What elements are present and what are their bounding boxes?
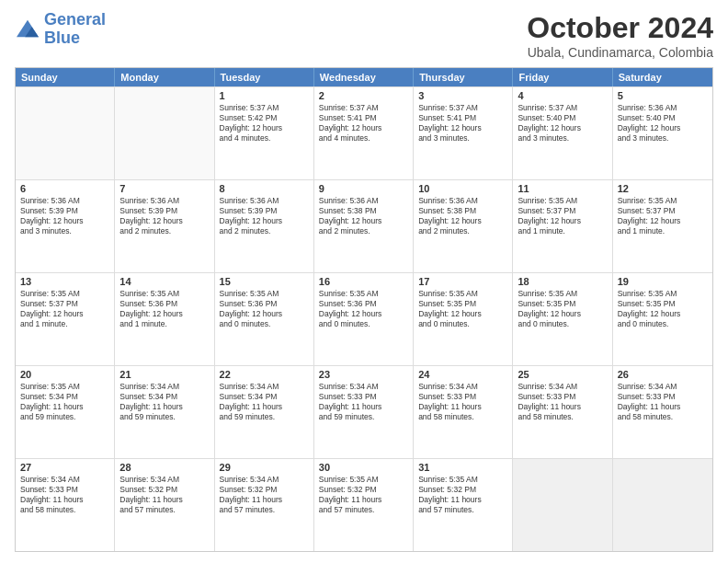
cell-info: Sunrise: 5:35 AM Sunset: 5:37 PM Dayligh… [20, 289, 109, 329]
day-number: 15 [220, 276, 309, 287]
calendar-cell [513, 459, 612, 551]
cell-info: Sunrise: 5:36 AM Sunset: 5:38 PM Dayligh… [319, 196, 408, 236]
logo-icon [15, 18, 40, 40]
location: Ubala, Cundinamarca, Colombia [527, 45, 713, 60]
cell-info: Sunrise: 5:35 AM Sunset: 5:37 PM Dayligh… [518, 196, 607, 236]
calendar-row: 6Sunrise: 5:36 AM Sunset: 5:39 PM Daylig… [16, 179, 712, 272]
calendar-cell: 30Sunrise: 5:35 AM Sunset: 5:32 PM Dayli… [314, 459, 414, 551]
day-number: 5 [618, 90, 708, 101]
cell-info: Sunrise: 5:35 AM Sunset: 5:36 PM Dayligh… [119, 289, 209, 329]
calendar-cell: 26Sunrise: 5:34 AM Sunset: 5:33 PM Dayli… [613, 366, 712, 458]
header-cell-sunday: Sunday [16, 68, 115, 86]
calendar-cell: 15Sunrise: 5:35 AM Sunset: 5:36 PM Dayli… [215, 273, 314, 365]
cell-info: Sunrise: 5:34 AM Sunset: 5:33 PM Dayligh… [518, 382, 607, 422]
day-number: 9 [319, 183, 408, 194]
day-number: 3 [418, 90, 507, 101]
day-number: 17 [418, 276, 507, 287]
calendar-row: 1Sunrise: 5:37 AM Sunset: 5:42 PM Daylig… [16, 86, 712, 179]
day-number: 28 [119, 462, 209, 473]
calendar-body: 1Sunrise: 5:37 AM Sunset: 5:42 PM Daylig… [16, 86, 712, 551]
cell-info: Sunrise: 5:36 AM Sunset: 5:39 PM Dayligh… [20, 196, 109, 236]
day-number: 8 [220, 183, 309, 194]
day-number: 12 [618, 183, 708, 194]
calendar-cell: 25Sunrise: 5:34 AM Sunset: 5:33 PM Dayli… [513, 366, 612, 458]
day-number: 2 [319, 90, 408, 101]
cell-info: Sunrise: 5:34 AM Sunset: 5:33 PM Dayligh… [319, 382, 408, 422]
cell-info: Sunrise: 5:35 AM Sunset: 5:32 PM Dayligh… [319, 475, 408, 515]
cell-info: Sunrise: 5:35 AM Sunset: 5:35 PM Dayligh… [518, 289, 607, 329]
day-number: 14 [119, 276, 209, 287]
logo-text-line1: General [44, 11, 106, 29]
day-number: 7 [119, 183, 209, 194]
cell-info: Sunrise: 5:36 AM Sunset: 5:39 PM Dayligh… [119, 196, 209, 236]
day-number: 13 [20, 276, 109, 287]
calendar-cell [115, 87, 214, 179]
header-cell-friday: Friday [513, 68, 612, 86]
page-header: General Blue October 2024 Ubala, Cundina… [15, 11, 713, 60]
day-number: 4 [518, 90, 607, 101]
cell-info: Sunrise: 5:34 AM Sunset: 5:34 PM Dayligh… [220, 382, 309, 422]
calendar-cell: 20Sunrise: 5:35 AM Sunset: 5:34 PM Dayli… [16, 366, 115, 458]
cell-info: Sunrise: 5:35 AM Sunset: 5:35 PM Dayligh… [618, 289, 708, 329]
calendar-cell: 28Sunrise: 5:34 AM Sunset: 5:32 PM Dayli… [115, 459, 214, 551]
calendar-cell: 8Sunrise: 5:36 AM Sunset: 5:39 PM Daylig… [215, 180, 314, 272]
month-title: October 2024 [527, 11, 713, 45]
day-number: 25 [518, 369, 607, 380]
calendar-cell: 31Sunrise: 5:35 AM Sunset: 5:32 PM Dayli… [414, 459, 513, 551]
calendar-cell: 16Sunrise: 5:35 AM Sunset: 5:36 PM Dayli… [314, 273, 414, 365]
calendar-cell: 11Sunrise: 5:35 AM Sunset: 5:37 PM Dayli… [513, 180, 612, 272]
cell-info: Sunrise: 5:37 AM Sunset: 5:40 PM Dayligh… [518, 103, 607, 144]
day-number: 31 [418, 462, 507, 473]
day-number: 29 [220, 462, 309, 473]
calendar-cell [613, 459, 712, 551]
calendar-row: 27Sunrise: 5:34 AM Sunset: 5:33 PM Dayli… [16, 458, 712, 551]
cell-info: Sunrise: 5:34 AM Sunset: 5:33 PM Dayligh… [20, 475, 109, 515]
calendar-cell: 1Sunrise: 5:37 AM Sunset: 5:42 PM Daylig… [215, 87, 314, 179]
logo-text-line2: Blue [44, 29, 106, 48]
header-cell-monday: Monday [115, 68, 214, 86]
cell-info: Sunrise: 5:34 AM Sunset: 5:33 PM Dayligh… [418, 382, 507, 422]
header-cell-thursday: Thursday [414, 68, 513, 86]
calendar-cell: 17Sunrise: 5:35 AM Sunset: 5:35 PM Dayli… [414, 273, 513, 365]
day-number: 30 [319, 462, 408, 473]
calendar-cell: 14Sunrise: 5:35 AM Sunset: 5:36 PM Dayli… [115, 273, 214, 365]
cell-info: Sunrise: 5:36 AM Sunset: 5:38 PM Dayligh… [418, 196, 507, 236]
calendar-cell: 9Sunrise: 5:36 AM Sunset: 5:38 PM Daylig… [314, 180, 414, 272]
calendar-cell: 27Sunrise: 5:34 AM Sunset: 5:33 PM Dayli… [16, 459, 115, 551]
calendar-cell: 29Sunrise: 5:34 AM Sunset: 5:32 PM Dayli… [215, 459, 314, 551]
day-number: 6 [20, 183, 109, 194]
day-number: 20 [20, 369, 109, 380]
calendar-cell: 18Sunrise: 5:35 AM Sunset: 5:35 PM Dayli… [513, 273, 612, 365]
day-number: 26 [618, 369, 708, 380]
day-number: 11 [518, 183, 607, 194]
calendar-header: SundayMondayTuesdayWednesdayThursdayFrid… [16, 68, 712, 86]
cell-info: Sunrise: 5:35 AM Sunset: 5:36 PM Dayligh… [220, 289, 309, 329]
calendar-cell: 5Sunrise: 5:36 AM Sunset: 5:40 PM Daylig… [613, 87, 712, 179]
calendar-row: 20Sunrise: 5:35 AM Sunset: 5:34 PM Dayli… [16, 365, 712, 458]
calendar: SundayMondayTuesdayWednesdayThursdayFrid… [15, 67, 713, 552]
header-cell-saturday: Saturday [613, 68, 712, 86]
cell-info: Sunrise: 5:35 AM Sunset: 5:35 PM Dayligh… [418, 289, 507, 329]
cell-info: Sunrise: 5:35 AM Sunset: 5:36 PM Dayligh… [319, 289, 408, 329]
day-number: 19 [618, 276, 708, 287]
calendar-cell [16, 87, 115, 179]
day-number: 23 [319, 369, 408, 380]
calendar-cell: 3Sunrise: 5:37 AM Sunset: 5:41 PM Daylig… [414, 87, 513, 179]
calendar-cell: 24Sunrise: 5:34 AM Sunset: 5:33 PM Dayli… [414, 366, 513, 458]
calendar-cell: 19Sunrise: 5:35 AM Sunset: 5:35 PM Dayli… [613, 273, 712, 365]
title-block: October 2024 Ubala, Cundinamarca, Colomb… [527, 11, 713, 60]
calendar-cell: 7Sunrise: 5:36 AM Sunset: 5:39 PM Daylig… [115, 180, 214, 272]
calendar-cell: 12Sunrise: 5:35 AM Sunset: 5:37 PM Dayli… [613, 180, 712, 272]
day-number: 16 [319, 276, 408, 287]
calendar-cell: 10Sunrise: 5:36 AM Sunset: 5:38 PM Dayli… [414, 180, 513, 272]
day-number: 24 [418, 369, 507, 380]
day-number: 21 [119, 369, 209, 380]
cell-info: Sunrise: 5:35 AM Sunset: 5:37 PM Dayligh… [618, 196, 708, 236]
cell-info: Sunrise: 5:36 AM Sunset: 5:40 PM Dayligh… [618, 103, 708, 144]
cell-info: Sunrise: 5:36 AM Sunset: 5:39 PM Dayligh… [220, 196, 309, 236]
cell-info: Sunrise: 5:34 AM Sunset: 5:34 PM Dayligh… [119, 382, 209, 422]
calendar-cell: 4Sunrise: 5:37 AM Sunset: 5:40 PM Daylig… [513, 87, 612, 179]
calendar-cell: 23Sunrise: 5:34 AM Sunset: 5:33 PM Dayli… [314, 366, 414, 458]
cell-info: Sunrise: 5:34 AM Sunset: 5:32 PM Dayligh… [119, 475, 209, 515]
calendar-cell: 6Sunrise: 5:36 AM Sunset: 5:39 PM Daylig… [16, 180, 115, 272]
